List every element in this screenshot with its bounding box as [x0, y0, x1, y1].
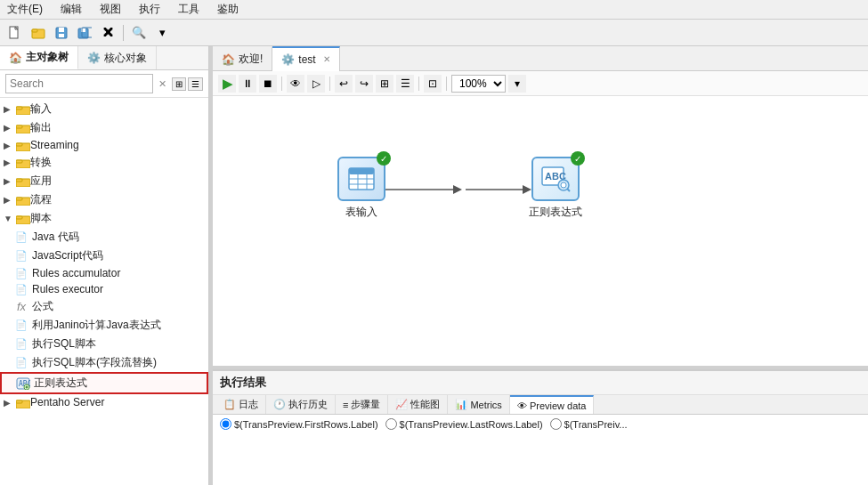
- bottom-tab-log[interactable]: 📋 日志: [216, 395, 266, 414]
- bottom-tab-preview[interactable]: 👁 Preview data: [510, 395, 595, 414]
- align-button[interactable]: ⊞: [376, 75, 393, 93]
- search-clear-button[interactable]: ✕: [157, 78, 168, 90]
- menu-help[interactable]: 鉴助: [214, 2, 242, 17]
- radio-last-rows[interactable]: $(TransPreview.LastRows.Label): [385, 418, 543, 430]
- tree-item-janino[interactable]: 📄 利用Janino计算Java表达式: [0, 316, 208, 335]
- search-area: ✕ ⊞ ☰: [0, 70, 208, 98]
- tab-main-tree[interactable]: 🏠 主对象树: [0, 46, 78, 69]
- bottom-content: $(TransPreview.FirstRows.Label) $(TransP…: [213, 415, 868, 485]
- tree-item-streaming[interactable]: ▶ Streaming: [0, 137, 208, 153]
- node-regex[interactable]: ✓ ABC 正则表达式: [529, 157, 582, 220]
- folder-open-icon: [16, 213, 30, 224]
- search-option-1[interactable]: ⊞: [172, 77, 186, 91]
- svg-rect-22: [16, 216, 22, 219]
- open-button[interactable]: [28, 23, 48, 43]
- step-preview-button[interactable]: ▷: [307, 75, 325, 93]
- undo-button[interactable]: ↩: [335, 75, 353, 93]
- tab-test[interactable]: ⚙️ test ✕: [272, 46, 339, 71]
- tree-item-exec-sql[interactable]: 📄 执行SQL脚本: [0, 335, 208, 353]
- history-icon: 🕐: [273, 399, 286, 410]
- pause-button[interactable]: ⏸: [239, 75, 256, 93]
- bottom-tab-perf[interactable]: 📈 性能图: [388, 395, 448, 414]
- bottom-tab-steps[interactable]: ≡ 步骤量: [336, 395, 388, 414]
- stop-button[interactable]: ⏹: [259, 75, 277, 93]
- tree-item-script[interactable]: ▼ 脚本: [0, 209, 208, 228]
- tree-item-apply[interactable]: ▶ 应用: [0, 172, 208, 190]
- test-tab-icon: ⚙️: [281, 53, 295, 66]
- close-button[interactable]: 🗙: [98, 23, 118, 43]
- script-icon: 📄: [14, 250, 28, 263]
- tree-item-java-code[interactable]: 📄 Java 代码: [0, 228, 208, 247]
- tree-item-javascript-code[interactable]: 📄 JavaScript代码: [0, 247, 208, 265]
- redo-button[interactable]: ↪: [355, 75, 373, 93]
- save-button[interactable]: [52, 23, 71, 43]
- tree-item-pentaho-server[interactable]: ▶ Pentaho Server: [0, 394, 208, 410]
- main-layout: 🏠 主对象树 ⚙️ 核心对象 ✕ ⊞ ☰ ▶ 输入: [0, 46, 868, 485]
- menu-file[interactable]: 文件(E): [4, 2, 46, 17]
- tree-item-input[interactable]: ▶ 输入: [0, 100, 208, 118]
- search-option-2[interactable]: ☰: [188, 77, 203, 91]
- canvas-toolbar: ▶ ⏸ ⏹ 👁 ▷ ↩ ↪ ⊞ ☰ ⊡ 100% 50% 75% 125% 15…: [213, 71, 868, 96]
- radio-first-rows[interactable]: $(TransPreview.FirstRows.Label): [220, 418, 378, 430]
- script-icon: 📄: [14, 267, 28, 279]
- tree-label-janino: 利用Janino计算Java表达式: [32, 318, 161, 333]
- table-input-icon-box: ✓: [337, 157, 385, 201]
- grid-button[interactable]: ⊡: [424, 75, 442, 93]
- search-input[interactable]: [5, 74, 153, 93]
- menu-tools[interactable]: 工具: [174, 2, 203, 17]
- bottom-tab-metrics[interactable]: 📊 Metrics: [448, 395, 509, 414]
- radio-trans-preview[interactable]: $(TransPreiv...: [550, 418, 628, 430]
- svg-rect-5: [59, 34, 64, 37]
- tree-item-formula[interactable]: fx 公式: [0, 297, 208, 316]
- zoom-select[interactable]: 100% 50% 75% 125% 150% 200%: [451, 75, 506, 93]
- script-icon: 📄: [14, 357, 28, 369]
- table-input-label: 表输入: [345, 205, 377, 220]
- folder-icon: [16, 140, 30, 151]
- save-all-button[interactable]: [75, 23, 94, 43]
- tree-item-output[interactable]: ▶ 输出: [0, 118, 208, 137]
- tab-welcome[interactable]: 🏠 欢迎!: [213, 46, 272, 71]
- preview-data-label: Preview data: [530, 400, 587, 411]
- radio-last-rows-input[interactable]: [385, 418, 397, 430]
- tree-item-regex[interactable]: ABC 正则表达式: [0, 372, 208, 394]
- chevron-right-icon: ▶: [4, 104, 16, 114]
- explore-button[interactable]: 🔍: [129, 23, 149, 43]
- zoom-dropdown-button[interactable]: ▾: [508, 75, 526, 93]
- test-tab-close-button[interactable]: ✕: [323, 54, 330, 64]
- menu-execute[interactable]: 执行: [135, 2, 164, 17]
- script-icon: 📄: [14, 338, 28, 351]
- metrics-icon: 📊: [455, 399, 467, 410]
- test-tab-label: test: [298, 53, 315, 66]
- tree-item-rules-accumulator[interactable]: 📄 Rules accumulator: [0, 265, 208, 281]
- svg-point-44: [561, 182, 566, 188]
- tree-item-rules-executor[interactable]: 📄 Rules executor: [0, 281, 208, 297]
- core-objects-icon: ⚙️: [87, 52, 101, 64]
- regex-icon-box: ✓ ABC: [531, 157, 580, 201]
- tab-core-objects[interactable]: ⚙️ 核心对象: [78, 46, 157, 69]
- tree-item-flow[interactable]: ▶ 流程: [0, 190, 208, 209]
- run-button[interactable]: ▶: [218, 75, 236, 93]
- bottom-tab-history[interactable]: 🕐 执行历史: [266, 395, 336, 414]
- tree-label-input: 输入: [30, 101, 52, 117]
- menu-edit[interactable]: 编辑: [57, 2, 85, 17]
- tree-label-transform: 转换: [30, 155, 52, 170]
- new-button[interactable]: [5, 23, 25, 43]
- distribute-button[interactable]: ☰: [396, 75, 414, 93]
- toolbar-sep-2: [329, 77, 330, 91]
- node-table-input[interactable]: ✓ 表输入: [337, 157, 385, 220]
- menu-view[interactable]: 视图: [96, 2, 125, 17]
- canvas-area[interactable]: ✓ 表输入: [213, 96, 868, 366]
- chevron-right-icon: ▶: [4, 123, 16, 133]
- radio-trans-preview-input[interactable]: [550, 418, 562, 430]
- tree-item-transform[interactable]: ▶ 转换: [0, 153, 208, 172]
- tree-label-javascript-code: JavaScript代码: [32, 248, 103, 263]
- tree-label-rules-executor: Rules executor: [32, 283, 103, 295]
- preview-button[interactable]: 👁: [287, 75, 304, 93]
- canvas-svg: [213, 96, 868, 366]
- tree-label-script: 脚本: [30, 211, 52, 226]
- tree-item-exec-sql-stream[interactable]: 📄 执行SQL脚本(字段流替换): [0, 353, 208, 372]
- dropdown-button[interactable]: ▾: [152, 23, 172, 43]
- svg-rect-35: [349, 168, 374, 174]
- svg-line-43: [567, 189, 570, 191]
- radio-first-rows-input[interactable]: [220, 418, 231, 430]
